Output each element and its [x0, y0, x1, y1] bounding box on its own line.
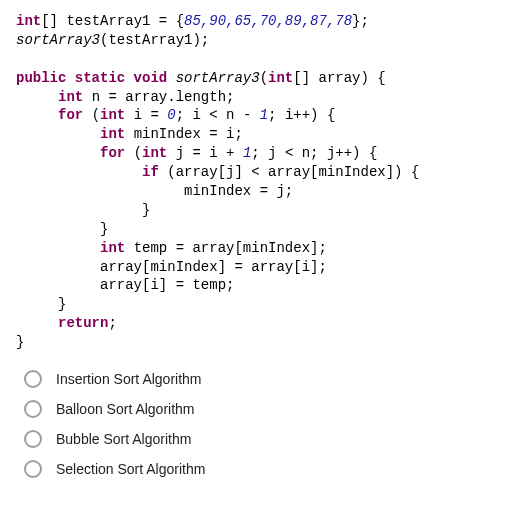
radio-icon — [24, 370, 42, 388]
radio-icon — [24, 460, 42, 478]
option-label: Balloon Sort Algorithm — [56, 401, 195, 417]
code-block: int[] testArray1 = {85,90,65,70,89,87,78… — [16, 12, 509, 352]
answer-options: Insertion Sort Algorithm Balloon Sort Al… — [24, 370, 509, 478]
radio-icon — [24, 430, 42, 448]
option-label: Bubble Sort Algorithm — [56, 431, 191, 447]
option-selection-sort[interactable]: Selection Sort Algorithm — [24, 460, 509, 478]
option-bubble-sort[interactable]: Bubble Sort Algorithm — [24, 430, 509, 448]
option-label: Insertion Sort Algorithm — [56, 371, 202, 387]
option-balloon-sort[interactable]: Balloon Sort Algorithm — [24, 400, 509, 418]
option-label: Selection Sort Algorithm — [56, 461, 205, 477]
radio-icon — [24, 400, 42, 418]
option-insertion-sort[interactable]: Insertion Sort Algorithm — [24, 370, 509, 388]
